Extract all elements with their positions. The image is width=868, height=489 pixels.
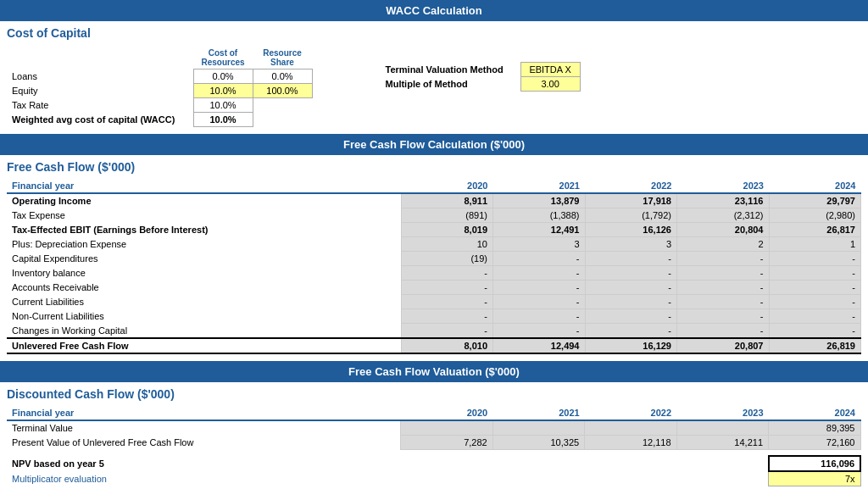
col-resource-share: ResourceShare xyxy=(253,47,312,69)
fcf-data-cell: (19) xyxy=(401,252,493,266)
fcf-title: Free Cash Flow ($'000) xyxy=(0,155,868,175)
fcf-data-cell: - xyxy=(677,309,770,324)
fcf-data-cell: - xyxy=(401,309,493,324)
fcf-data-cell: 2 xyxy=(677,237,770,252)
fcf-data-cell: 12,494 xyxy=(493,338,586,353)
wacc-left-panel: Cost ofResources ResourceShare Loans 0.0… xyxy=(7,45,313,127)
fcf-row: Tax Expense(891)(1,388)(1,792)(2,312)(2,… xyxy=(7,208,861,223)
fcf-data-cell: - xyxy=(769,266,861,281)
fcf-row: Capital Expenditures(19)---- xyxy=(7,252,861,266)
fcf-data-cell: 26,819 xyxy=(769,338,861,353)
fcf-data-cell: 3 xyxy=(493,237,586,252)
fcf-row: Changes in Working Capital----- xyxy=(7,324,861,339)
fcf-data-cell: 26,817 xyxy=(769,223,861,237)
fcf-data-cell: (891) xyxy=(401,208,493,223)
fcf-row-label: Accounts Receivable xyxy=(7,281,401,295)
wacc-section: WACC Calculation Cost of Capital Cost of… xyxy=(0,0,868,134)
val-data-cell: 7,282 xyxy=(401,436,492,450)
val-year-2022: 2022 xyxy=(585,406,676,420)
equity-share[interactable]: 100.0% xyxy=(253,84,312,98)
fcf-data-cell: 16,129 xyxy=(585,338,677,353)
fcf-data-cell: - xyxy=(769,252,861,266)
fcf-row-label-header: Financial year xyxy=(7,179,401,193)
val-row-label-header: Financial year xyxy=(7,406,401,420)
multiple-method-row: Multiple of Method 3.00 xyxy=(381,77,581,92)
fcf-data-cell: - xyxy=(493,324,586,339)
fcf-data-cell: - xyxy=(677,324,770,339)
fcf-data-cell: 20,804 xyxy=(677,223,770,237)
fcf-data-cell: 13,879 xyxy=(493,193,586,208)
loans-share[interactable]: 0.0% xyxy=(253,69,312,84)
fcf-row: Unlevered Free Cash Flow8,01012,49416,12… xyxy=(7,338,861,353)
val-header: Free Cash Flow Valuation ($'000) xyxy=(0,361,868,382)
fcf-row-label: Inventory balance xyxy=(7,266,401,281)
val-row: Present Value of Unlevered Free Cash Flo… xyxy=(7,436,860,450)
wacc-label: Weighted avg cost of capital (WACC) xyxy=(7,113,193,127)
taxrate-value[interactable]: 10.0% xyxy=(193,98,253,113)
val-year-2023: 2023 xyxy=(676,406,768,420)
fcf-data-cell: - xyxy=(493,266,586,281)
fcf-row: Plus: Depreciation Expense103321 xyxy=(7,237,861,252)
fcf-data-cell: - xyxy=(493,309,586,324)
val-data-cell xyxy=(585,420,676,436)
val-year-2021: 2021 xyxy=(492,406,584,420)
fcf-row: Current Liabilities----- xyxy=(7,295,861,309)
npv-empty-cell xyxy=(401,456,492,471)
fcf-data-cell: - xyxy=(677,252,770,266)
wacc-value[interactable]: 10.0% xyxy=(193,113,253,127)
fcf-data-cell: - xyxy=(677,281,770,295)
fcf-data-cell: - xyxy=(585,266,677,281)
val-year-header-row: Financial year 2020 2021 2022 2023 2024 xyxy=(7,406,860,420)
terminal-method-value[interactable]: EBITDA X xyxy=(520,63,580,77)
fcf-data-cell: - xyxy=(585,252,677,266)
fcf-data-cell: (1,792) xyxy=(585,208,677,223)
fcf-data-cell: 3 xyxy=(585,237,677,252)
multiple-method-value[interactable]: 3.00 xyxy=(520,77,580,92)
val-data-cell xyxy=(401,420,492,436)
npv-empty-cell xyxy=(492,456,584,471)
val-row-label: Present Value of Unlevered Free Cash Flo… xyxy=(7,436,401,450)
equity-cost[interactable]: 10.0% xyxy=(193,84,253,98)
fcf-data-cell: - xyxy=(493,295,586,309)
fcf-year-2023: 2023 xyxy=(677,179,770,193)
fcf-data-cell: - xyxy=(769,295,861,309)
wacc-row-equity: Equity 10.0% 100.0% xyxy=(7,84,312,98)
fcf-row: Accounts Receivable----- xyxy=(7,281,861,295)
taxrate-label: Tax Rate xyxy=(7,98,193,113)
fcf-data-cell: 20,807 xyxy=(677,338,770,353)
fcf-row-label: Capital Expenditures xyxy=(7,252,401,266)
fcf-data-cell: (2,312) xyxy=(677,208,770,223)
fcf-data-cell: 23,116 xyxy=(677,193,770,208)
fcf-data-cell: - xyxy=(401,324,493,339)
fcf-data-cell: - xyxy=(401,281,493,295)
terminal-method-label: Terminal Valuation Method xyxy=(381,63,521,77)
npv-value: 116,096 xyxy=(769,456,860,471)
val-data-cell: 10,325 xyxy=(492,436,584,450)
multiplicator-value[interactable]: 7x xyxy=(769,471,860,486)
fcf-row-label: Tax Expense xyxy=(7,208,401,223)
fcf-data-cell: - xyxy=(585,309,677,324)
fcf-row-label: Plus: Depreciation Expense xyxy=(7,237,401,252)
fcf-data-cell: 17,918 xyxy=(585,193,677,208)
multiplicator-row: Multiplicator evaluation7x xyxy=(7,471,860,486)
npv-row: NPV based on year 5116,096 xyxy=(7,456,860,471)
npv-empty-cell xyxy=(676,456,768,471)
val-year-2024: 2024 xyxy=(769,406,860,420)
val-row: Terminal Value89,395 xyxy=(7,420,860,436)
wacc-right-panel: Terminal Valuation Method EBITDA X Multi… xyxy=(313,45,862,92)
fcf-row: Non-Current Liabilities----- xyxy=(7,309,861,324)
fcf-year-header-row: Financial year 2020 2021 2022 2023 2024 xyxy=(7,179,861,193)
fcf-data-cell: 8,911 xyxy=(401,193,493,208)
val-section: Free Cash Flow Valuation ($'000) Discoun… xyxy=(0,361,868,489)
fcf-data-cell: - xyxy=(401,295,493,309)
fcf-data-cell: 16,126 xyxy=(585,223,677,237)
val-separator-row xyxy=(7,450,860,457)
fcf-row: Inventory balance----- xyxy=(7,266,861,281)
fcf-data-cell: 8,010 xyxy=(401,338,493,353)
wacc-row-taxrate: Tax Rate 10.0% xyxy=(7,98,312,113)
fcf-row: Operating Income8,91113,87917,91823,1162… xyxy=(7,193,861,208)
val-year-2020: 2020 xyxy=(401,406,492,420)
equity-label: Equity xyxy=(7,84,193,98)
col-cost-resources: Cost ofResources xyxy=(193,47,253,69)
loans-cost[interactable]: 0.0% xyxy=(193,69,253,84)
